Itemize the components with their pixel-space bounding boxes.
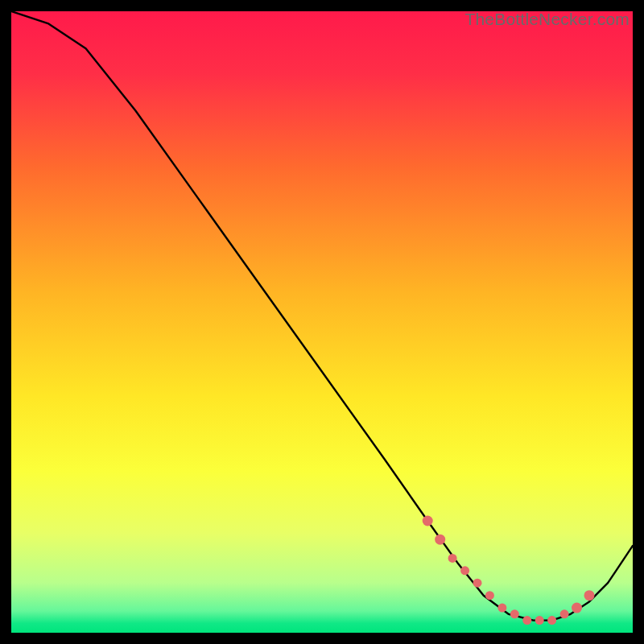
marker-dot — [560, 609, 569, 618]
marker-dot — [497, 604, 506, 613]
marker-dot — [584, 590, 595, 601]
marker-dot — [423, 516, 433, 526]
marker-dot — [510, 609, 519, 618]
chart-svg — [11, 11, 633, 633]
marker-dot — [535, 616, 544, 625]
marker-dot — [448, 554, 457, 563]
marker-dot — [485, 591, 494, 600]
marker-dot — [522, 616, 531, 625]
gradient-background — [11, 11, 633, 633]
marker-dot — [460, 566, 469, 575]
watermark-text: TheBottleNecker.com — [464, 10, 630, 29]
marker-dot — [435, 535, 445, 545]
marker-dot — [547, 616, 556, 625]
chart-frame: TheBottleNecker.com — [11, 11, 633, 633]
marker-dot — [572, 603, 582, 613]
marker-dot — [473, 579, 482, 588]
